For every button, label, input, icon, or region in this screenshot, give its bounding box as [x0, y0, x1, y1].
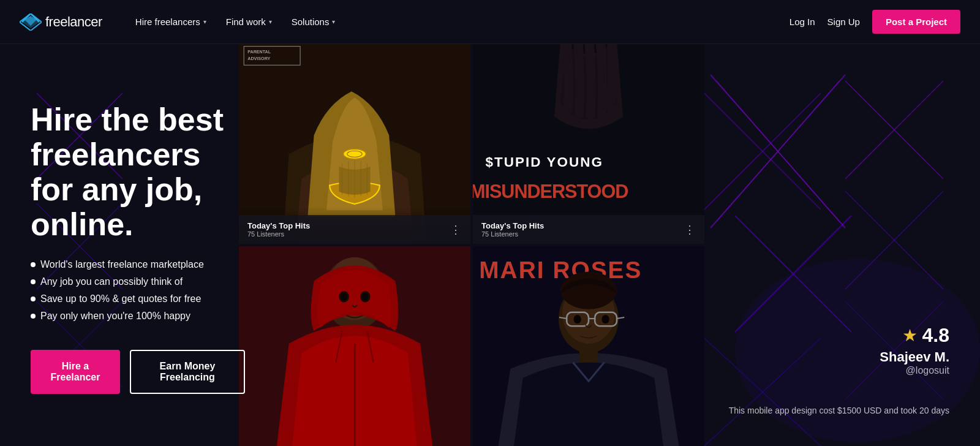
player-info: Today's Top Hits 75 Listeners	[247, 221, 310, 238]
svg-point-36	[341, 293, 347, 300]
hero-bullets: World's largest freelance marketplace An…	[31, 259, 245, 328]
rating-block: ★ 4.8 Shajeev M. @logosuit	[704, 324, 949, 376]
freelancer-logo-icon	[20, 13, 42, 31]
bullet-dot	[31, 279, 36, 284]
player-overlay-top-right: Today's Top Hits 75 Listeners ⋮	[473, 215, 704, 244]
svg-text:MARI ROSES: MARI ROSES	[479, 257, 642, 283]
chevron-down-icon: ▾	[332, 18, 335, 25]
rating-name: Shajeev M.	[704, 349, 949, 365]
nav-links: Hire freelancers ▾ Find work ▾ Solutions…	[127, 12, 790, 32]
more-options-icon[interactable]: ⋮	[684, 223, 696, 236]
bullet-item: Pay only when you're 100% happy	[31, 311, 245, 322]
navbar: freelancer Hire freelancers ▾ Find work …	[0, 0, 980, 44]
rating-score: 4.8	[922, 324, 949, 347]
more-options-icon[interactable]: ⋮	[450, 223, 462, 236]
svg-text:ADVISORY: ADVISORY	[247, 56, 270, 61]
player-subtitle: 75 Listeners	[247, 230, 310, 238]
svg-point-53	[601, 315, 609, 323]
login-button[interactable]: Log In	[790, 17, 815, 27]
logo-text: freelancer	[45, 14, 102, 30]
star-icon: ★	[902, 325, 918, 346]
player-title: Today's Top Hits	[481, 221, 544, 230]
svg-point-22	[344, 149, 366, 159]
hero-section: Hire the best freelancers for any job, o…	[0, 44, 980, 446]
chevron-down-icon: ▾	[269, 18, 272, 25]
hero-rating-panel: ★ 4.8 Shajeev M. @logosuit This mobile a…	[704, 44, 980, 446]
rating-stars-row: ★ 4.8	[704, 324, 949, 347]
hire-freelancer-button[interactable]: Hire a Freelancer	[31, 350, 120, 394]
bullet-item: World's largest freelance marketplace	[31, 259, 245, 270]
bullet-dot	[31, 262, 36, 267]
signup-button[interactable]: Sign Up	[827, 17, 860, 27]
hero-title: Hire the best freelancers for any job, o…	[31, 102, 245, 243]
bullet-dot	[31, 314, 36, 319]
nav-right: Log In Sign Up Post a Project	[790, 10, 960, 34]
hero-buttons: Hire a Freelancer Earn Money Freelancing	[31, 350, 245, 394]
image-cell-bottom-right: MARI ROSES	[473, 246, 704, 446]
chevron-down-icon: ▾	[203, 18, 206, 25]
player-subtitle: 75 Listeners	[481, 230, 544, 238]
nav-find-work[interactable]: Find work ▾	[217, 12, 281, 32]
svg-text:MISUNDERSTOOD: MISUNDERSTOOD	[473, 181, 628, 202]
bullet-item: Save up to 90% & get quotes for free	[31, 293, 245, 304]
svg-point-37	[362, 293, 368, 300]
bullet-item: Any job you can possibly think of	[31, 276, 245, 287]
player-overlay-top-left: Today's Top Hits 75 Listeners ⋮	[239, 215, 470, 244]
image-cell-bottom-left	[239, 246, 470, 446]
rating-handle: @logosuit	[704, 365, 949, 376]
image-cell-top-left: PARENTAL ADVISORY Today's Top Hits 75 Li…	[239, 44, 470, 244]
earn-money-button[interactable]: Earn Money Freelancing	[130, 350, 245, 394]
player-title: Today's Top Hits	[247, 221, 310, 230]
hero-content: Hire the best freelancers for any job, o…	[0, 44, 245, 446]
svg-point-52	[573, 315, 581, 323]
svg-text:PARENTAL: PARENTAL	[247, 50, 271, 55]
svg-text:$TUPID YOUNG: $TUPID YOUNG	[485, 154, 603, 170]
image-cell-top-right: $TUPID YOUNG MISUNDERSTOOD Today's Top H…	[473, 44, 704, 244]
logo[interactable]: freelancer	[20, 13, 102, 31]
svg-point-46	[560, 271, 617, 309]
nav-hire-freelancers[interactable]: Hire freelancers ▾	[127, 12, 215, 32]
post-project-button[interactable]: Post a Project	[872, 10, 960, 34]
bullet-dot	[31, 297, 36, 301]
hero-image-grid: PARENTAL ADVISORY Today's Top Hits 75 Li…	[239, 44, 704, 446]
player-info: Today's Top Hits 75 Listeners	[481, 221, 544, 238]
rating-caption: This mobile app design cost $1500 USD an…	[704, 406, 949, 415]
nav-solutions[interactable]: Solutions ▾	[283, 12, 344, 32]
